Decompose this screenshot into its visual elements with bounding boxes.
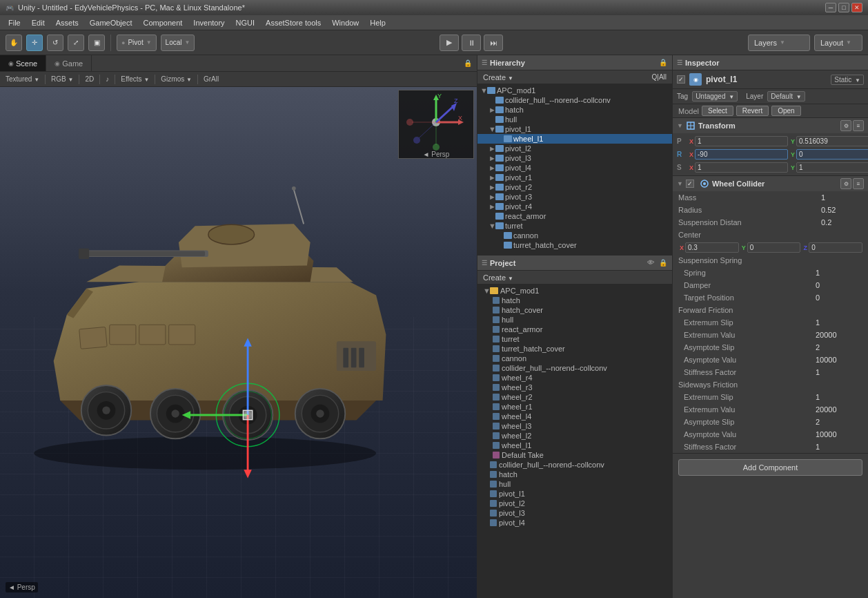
- proj-item-turret[interactable]: turret: [477, 334, 672, 344]
- hier-item-pivot-r2[interactable]: ► pivot_r2: [477, 182, 672, 192]
- menu-assetstore[interactable]: AssetStore tools: [260, 17, 326, 28]
- wheel-collider-header[interactable]: ▼ Wheel Collider ⚙ ≡: [673, 176, 868, 191]
- center-y-input[interactable]: [747, 242, 801, 253]
- search-all[interactable]: GrAll: [201, 75, 221, 83]
- proj-item-react-armor[interactable]: react_armor: [477, 325, 672, 334]
- proj-item-wheel-r1[interactable]: wheel_r1: [477, 402, 672, 412]
- add-component-button[interactable]: Add Component: [678, 459, 862, 476]
- scene-lock-button[interactable]: 🔒: [463, 59, 473, 68]
- proj-item-hatch-cover[interactable]: hatch_cover: [477, 305, 672, 315]
- center-z-input[interactable]: [809, 242, 862, 253]
- hier-item-pivot-r3[interactable]: ► pivot_r3: [477, 192, 672, 202]
- open-button[interactable]: Open: [771, 106, 800, 116]
- static-checkbox[interactable]: Static ▼: [831, 75, 864, 85]
- proj-item-wheel-l1[interactable]: wheel_l1: [477, 441, 672, 450]
- textured-dropdown[interactable]: Textured ▼: [3, 75, 42, 83]
- proj-item-wheel-l4[interactable]: wheel_l4: [477, 412, 672, 421]
- proj-item-root-pivot-l2[interactable]: pivot_l2: [477, 499, 672, 508]
- scale-x-input[interactable]: [695, 162, 788, 173]
- object-name[interactable]: pivot_l1: [706, 75, 827, 84]
- minimize-button[interactable]: ─: [825, 3, 836, 12]
- project-content[interactable]: ▼ APC_mod1 hatch hatch_cover: [477, 284, 672, 598]
- hier-item-pivot-r4[interactable]: ► pivot_r4: [477, 202, 672, 211]
- hier-item-cannon[interactable]: cannon: [477, 231, 672, 240]
- menu-edit[interactable]: Edit: [26, 17, 50, 28]
- hier-item-apc[interactable]: ▼ APC_mod1: [477, 86, 672, 95]
- pause-button[interactable]: ⏸: [462, 35, 481, 51]
- hier-item-hull[interactable]: hull: [477, 115, 672, 124]
- proj-item-hatch[interactable]: hatch: [477, 296, 672, 305]
- menu-gameobject[interactable]: GameObject: [84, 17, 138, 28]
- proj-item-turret-hatch[interactable]: turret_hatch_cover: [477, 344, 672, 354]
- proj-item-wheel-l3[interactable]: wheel_l3: [477, 421, 672, 431]
- rotate-tool-button[interactable]: ↺: [47, 35, 63, 51]
- project-eye-button[interactable]: 👁: [646, 258, 655, 268]
- hier-item-collider[interactable]: collider_hull_--norend--collconv: [477, 95, 672, 105]
- transform-menu-button[interactable]: ≡: [853, 120, 864, 131]
- rect-tool-button[interactable]: ▣: [88, 35, 105, 51]
- step-button[interactable]: ⏭: [484, 35, 503, 51]
- position-x-input[interactable]: [695, 136, 788, 146]
- proj-item-root-pivot-l4[interactable]: pivot_l4: [477, 518, 672, 528]
- proj-item-default-take[interactable]: Default Take: [477, 450, 672, 460]
- revert-button[interactable]: Revert: [736, 106, 769, 116]
- hier-item-pivot-l2[interactable]: ► pivot_l2: [477, 144, 672, 153]
- project-lock-button[interactable]: 🔒: [658, 258, 668, 268]
- 2d-button[interactable]: 2D: [82, 75, 97, 83]
- proj-item-wheel-r2[interactable]: wheel_r2: [477, 392, 672, 402]
- scale-y-input[interactable]: [796, 162, 868, 173]
- hier-item-pivot-l4[interactable]: ► pivot_l4: [477, 163, 672, 173]
- menu-window[interactable]: Window: [326, 17, 364, 28]
- maximize-button[interactable]: □: [838, 3, 849, 12]
- hierarchy-create-button[interactable]: Create ▼: [480, 73, 516, 81]
- position-y-input[interactable]: [796, 136, 868, 146]
- layer-dropdown[interactable]: Default ▼: [767, 91, 805, 102]
- center-x-input[interactable]: [685, 242, 739, 253]
- effects-dropdown[interactable]: Effects ▼: [118, 75, 152, 83]
- scene-viewport[interactable]: Y X Z ◄ Persp: [0, 87, 477, 598]
- hierarchy-lock-button[interactable]: 🔒: [658, 58, 668, 68]
- proj-item-collider-hull[interactable]: collider_hull_--norend--collconv: [477, 363, 672, 373]
- proj-item-root-pivot-l1[interactable]: pivot_l1: [477, 489, 672, 499]
- tag-dropdown[interactable]: Untagged ▼: [692, 91, 738, 102]
- proj-item-wheel-r3[interactable]: wheel_r3: [477, 383, 672, 392]
- hier-item-hatch[interactable]: ► hatch: [477, 105, 672, 115]
- scale-tool-button[interactable]: ⤢: [68, 35, 84, 51]
- proj-item-cannon[interactable]: cannon: [477, 354, 672, 363]
- menu-component[interactable]: Component: [137, 17, 188, 28]
- tab-scene[interactable]: ◉ Scene: [0, 55, 46, 71]
- hierarchy-search[interactable]: Q|All: [649, 73, 670, 81]
- proj-item-wheel-l2[interactable]: wheel_l2: [477, 431, 672, 441]
- proj-item-root-pivot-l3[interactable]: pivot_l3: [477, 508, 672, 518]
- menu-ngui[interactable]: NGUI: [230, 17, 261, 28]
- proj-item-root-hatch[interactable]: hatch: [477, 470, 672, 479]
- wc-menu-button[interactable]: ≡: [853, 178, 864, 189]
- layers-dropdown[interactable]: Layers ▼: [748, 35, 810, 51]
- local-dropdown[interactable]: Local ▼: [161, 35, 195, 51]
- menu-help[interactable]: Help: [364, 17, 391, 28]
- move-tool-button[interactable]: ✛: [26, 35, 43, 51]
- audio-button[interactable]: ♪: [103, 75, 112, 83]
- menu-inventory[interactable]: Inventory: [188, 17, 230, 28]
- gizmos-dropdown[interactable]: Gizmos ▼: [158, 75, 195, 83]
- close-button[interactable]: ✕: [851, 3, 862, 12]
- select-button[interactable]: Select: [702, 106, 733, 116]
- proj-item-wheel-r4[interactable]: wheel_r4: [477, 373, 672, 383]
- proj-item-root-collider[interactable]: collider_hull_--norend--collconv: [477, 460, 672, 470]
- hier-item-turret[interactable]: ▼ turret: [477, 221, 672, 231]
- wc-settings-button[interactable]: ⚙: [840, 178, 851, 189]
- hier-item-pivot-l1[interactable]: ▼ pivot_l1: [477, 124, 672, 134]
- transform-settings-button[interactable]: ⚙: [840, 120, 851, 131]
- project-create-button[interactable]: Create ▼: [480, 273, 516, 282]
- rotation-y-input[interactable]: [796, 149, 868, 160]
- proj-item-root-hull[interactable]: hull: [477, 479, 672, 489]
- proj-item-apc-folder[interactable]: ▼ APC_mod1: [477, 286, 672, 296]
- rotation-x-input[interactable]: [695, 149, 788, 160]
- menu-file[interactable]: File: [3, 17, 26, 28]
- wheel-collider-enabled[interactable]: [686, 180, 694, 188]
- layout-dropdown[interactable]: Layout ▼: [814, 35, 862, 51]
- hier-item-pivot-l3[interactable]: ► pivot_l3: [477, 153, 672, 163]
- hier-item-wheel-l1[interactable]: wheel_l1: [477, 134, 672, 144]
- hand-tool-button[interactable]: ✋: [6, 35, 22, 51]
- object-enabled-checkbox[interactable]: [677, 75, 685, 84]
